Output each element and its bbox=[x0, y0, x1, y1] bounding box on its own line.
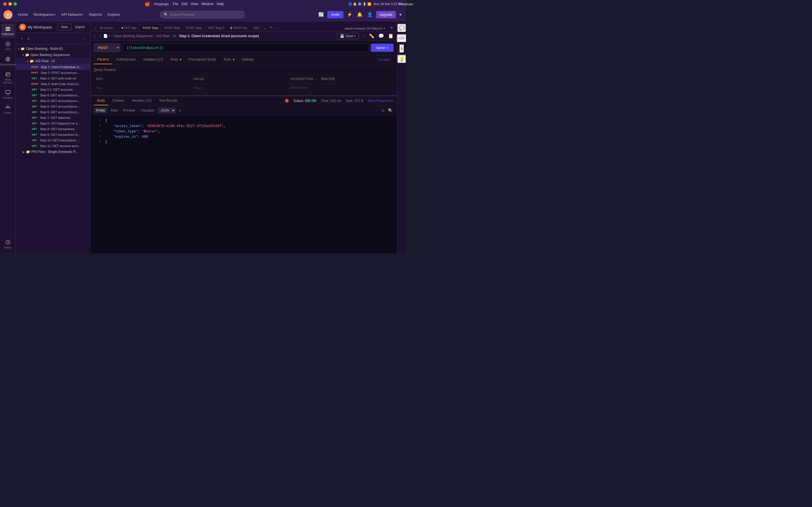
col-more-btn[interactable]: ··· bbox=[314, 76, 318, 81]
account-tab[interactable]: david+inmasari-10-Client-in ▾ bbox=[343, 25, 388, 31]
menu-help[interactable]: Help bbox=[217, 2, 224, 6]
add-collection-btn[interactable]: ＋ bbox=[19, 35, 25, 42]
tab-post-step-3[interactable]: POST Step bbox=[183, 24, 205, 31]
tab-get-step3[interactable]: GET Step 3 bbox=[205, 24, 227, 31]
sidebar-item-collections[interactable]: Collections bbox=[1, 24, 15, 38]
nav-api-network[interactable]: API Network ▾ bbox=[59, 11, 86, 18]
filter-btn[interactable]: ≡ bbox=[27, 35, 31, 42]
list-item[interactable]: GET Step 11: GET account-acce... bbox=[16, 143, 90, 149]
profile-btn[interactable]: 👤 bbox=[366, 11, 374, 18]
active-folder[interactable]: ▾ 📁 AIS Flow - UI bbox=[16, 58, 90, 64]
edit-icon-btn[interactable]: ✏️ bbox=[368, 32, 375, 40]
tab-tests[interactable]: Tests bbox=[220, 55, 238, 64]
panel-more-btn[interactable]: ··· bbox=[82, 36, 87, 42]
tab-pre-request[interactable]: Pre-request Script bbox=[185, 55, 219, 64]
res-tab-body[interactable]: Body bbox=[94, 96, 108, 105]
sidebar-item-environments[interactable]: Environments bbox=[1, 54, 15, 68]
res-tab-headers[interactable]: Headers (11) bbox=[129, 96, 155, 105]
pis-folder[interactable]: ▶ 📁 PIS Flow - Single Domestic P... bbox=[16, 149, 90, 155]
new-button[interactable]: New bbox=[57, 24, 71, 31]
url-input[interactable] bbox=[123, 43, 368, 52]
list-item[interactable]: POST Step 2: POST account-acc... bbox=[16, 70, 90, 75]
format-visualize-btn[interactable]: Visualize bbox=[139, 108, 156, 113]
nav-reports[interactable]: Reports bbox=[87, 11, 104, 18]
tab-prev-btn[interactable]: ‹ bbox=[93, 25, 97, 31]
res-tab-test-results[interactable]: Test Results bbox=[156, 96, 181, 105]
tab-headers[interactable]: Headers (11) bbox=[140, 55, 166, 64]
format-preview-btn[interactable]: Preview bbox=[121, 108, 137, 113]
tab-body[interactable]: Body bbox=[167, 55, 185, 64]
close-button[interactable] bbox=[3, 2, 7, 6]
maximize-button[interactable] bbox=[13, 2, 17, 6]
menu-view[interactable]: View bbox=[191, 2, 198, 6]
root-folder[interactable]: ▾ 📁 Open Banking - Build-62 bbox=[16, 46, 90, 52]
sidebar-item-flows[interactable]: Flows bbox=[1, 103, 15, 117]
list-item[interactable]: GET Step 6: GET account/{acco... bbox=[16, 98, 90, 104]
desc-input[interactable] bbox=[291, 86, 391, 90]
list-item[interactable]: POST Step 1: Client Credentials G... bbox=[16, 64, 90, 70]
value-input[interactable] bbox=[193, 86, 286, 90]
sidebar-item-monitors[interactable]: Monitors bbox=[1, 87, 15, 101]
list-item[interactable]: GET Step 9: GET transactions fo... bbox=[16, 132, 90, 137]
postman-logo[interactable]: P bbox=[3, 10, 12, 19]
key-input[interactable] bbox=[96, 86, 189, 90]
list-item[interactable]: GET Step 7: GET balances bbox=[16, 115, 90, 121]
list-item[interactable]: GET Step 6: GET account/{acco... bbox=[16, 104, 90, 109]
sync-btn[interactable]: 🔄 bbox=[317, 11, 325, 18]
sub-folder[interactable]: ▾ 📁 Open Banking Sequences bbox=[16, 52, 90, 58]
menu-edit[interactable]: Edit bbox=[182, 2, 188, 6]
tab-get[interactable]: GET bbox=[250, 24, 263, 31]
list-item[interactable]: GET Step 8: GET balances for a ... bbox=[16, 121, 90, 126]
eye-btn[interactable]: 👁 bbox=[389, 24, 395, 31]
tab-more-btn[interactable]: ··· bbox=[274, 25, 280, 31]
traffic-lights[interactable] bbox=[3, 2, 17, 6]
comments-btn[interactable]: 💬 bbox=[397, 24, 406, 33]
list-item[interactable]: POST Step 4: Auth Code Grant (a... bbox=[16, 81, 90, 87]
code-gen-btn[interactable]: </> bbox=[397, 34, 406, 43]
send-button[interactable]: Send ▾ bbox=[371, 44, 394, 52]
breadcrumb-chevron[interactable]: ▾ bbox=[109, 35, 110, 38]
notifications-btn[interactable]: 🔔 bbox=[356, 11, 364, 18]
tab-params[interactable]: Params bbox=[94, 55, 112, 64]
breadcrumb-ais-flow[interactable]: AIS Flow - UI bbox=[156, 34, 176, 38]
tab-post-step-2[interactable]: POST Step bbox=[161, 24, 183, 31]
wrap-btn[interactable]: ≡ bbox=[177, 108, 183, 113]
nav-workspaces[interactable]: Workspaces ▾ bbox=[31, 11, 58, 18]
format-raw-btn[interactable]: Raw bbox=[108, 108, 119, 113]
info-btn[interactable]: 📋 bbox=[387, 32, 395, 40]
copy-btn[interactable]: ⧉ bbox=[381, 107, 386, 114]
save-response-btn[interactable]: Save Response ▾ bbox=[368, 99, 394, 103]
list-item[interactable]: GET Step 6: GET account/{acco... bbox=[16, 93, 90, 98]
sidebar-item-history[interactable]: History bbox=[1, 237, 15, 251]
context-info-btn[interactable]: ℹ bbox=[399, 44, 404, 53]
nav-explore[interactable]: Explore bbox=[105, 11, 122, 18]
list-item[interactable]: GET Step 6: GET account/{acco... bbox=[16, 109, 90, 115]
format-type-select[interactable]: JSON XML HTML Text bbox=[158, 108, 175, 113]
list-item[interactable]: GET Step 9: GET transactions bbox=[16, 126, 90, 132]
search-res-btn[interactable]: 🔍 bbox=[387, 107, 394, 114]
lightbulb-btn[interactable]: 💡 bbox=[397, 55, 406, 63]
tab-settings[interactable]: Settings bbox=[238, 55, 257, 64]
tab-authorization[interactable]: Authorization bbox=[113, 55, 139, 64]
breadcrumb-open-banking[interactable]: Open Banking Sequences bbox=[114, 34, 153, 38]
list-item[interactable]: GET Step 3: GET auth-code-url bbox=[16, 75, 90, 81]
search-bar[interactable]: 🔍 Search Postman bbox=[160, 11, 245, 18]
new-tab-btn[interactable]: ＋ bbox=[267, 23, 274, 31]
sidebar-item-apis[interactable]: APIs bbox=[1, 39, 15, 53]
back-btn[interactable]: ‹ bbox=[93, 33, 97, 39]
invite-button[interactable]: Invite bbox=[327, 11, 343, 18]
breadcrumb-more-btn[interactable]: ··· bbox=[361, 33, 366, 39]
tab-next-btn[interactable]: › bbox=[263, 25, 267, 31]
res-tab-cookies[interactable]: Cookies bbox=[109, 96, 128, 105]
menu-window[interactable]: Window bbox=[201, 2, 213, 6]
settings-btn[interactable]: ⚡ bbox=[346, 11, 354, 18]
save-button[interactable]: 💾 Find and Replace Save ▾ bbox=[336, 33, 359, 39]
nav-home[interactable]: Home bbox=[16, 11, 30, 18]
minimize-button[interactable] bbox=[8, 2, 12, 6]
more-btn[interactable]: ▾ bbox=[398, 11, 403, 18]
forward-btn[interactable]: › bbox=[98, 33, 102, 39]
tab-post-step-active[interactable]: POST Step bbox=[140, 24, 161, 31]
tab-overview[interactable]: ⊞ Overvi... bbox=[97, 24, 118, 31]
method-select[interactable]: POST GET PUT DELETE PATCH bbox=[94, 43, 120, 52]
cookies-link[interactable]: Cookies bbox=[375, 55, 394, 64]
